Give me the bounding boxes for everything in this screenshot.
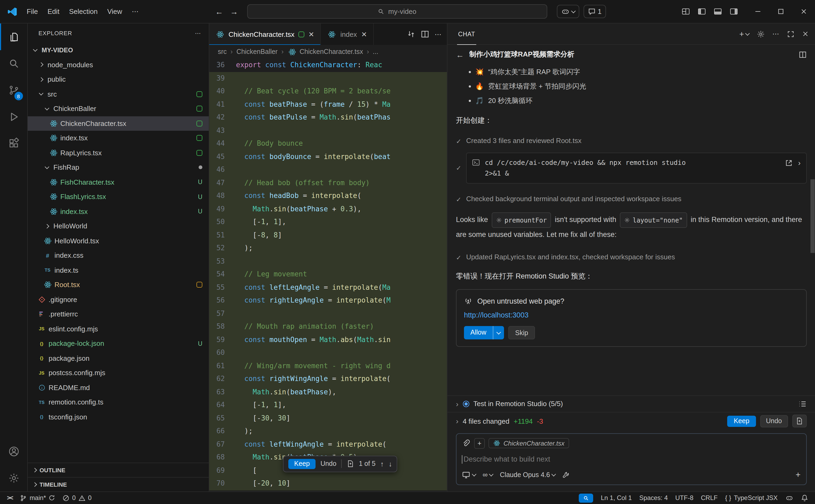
minimize-button[interactable] [746,0,769,23]
keep-all-button[interactable]: Keep [727,415,756,427]
chat-back-button[interactable]: ← [456,50,464,59]
send-plus-icon[interactable]: + [796,470,801,479]
menu-file[interactable]: File [22,4,43,19]
code-line[interactable]: 60 [209,346,447,359]
close-button[interactable] [792,0,815,23]
code-line[interactable]: 43 [209,124,447,137]
tab-index[interactable]: index ✕ [321,23,374,45]
code-line[interactable]: 66 ); [209,425,447,438]
file-index.tsx[interactable]: index.tsx [28,131,209,145]
code-line[interactable]: 50 [-1, 1], [209,216,447,229]
expand-command-icon[interactable]: › [798,158,801,167]
problems-item[interactable]: 0 0 [59,492,95,504]
tools-icon[interactable] [562,471,570,478]
maximize-button[interactable] [769,0,792,23]
chat-settings-gear-icon[interactable] [756,30,765,38]
language-mode[interactable]: { }TypeScript JSX [721,492,781,504]
open-file-icon[interactable] [346,460,354,467]
folder-ChickenBaller[interactable]: ChickenBaller [28,101,209,116]
previous-change-icon[interactable]: ↑ [380,460,384,468]
code-line[interactable]: 65 [-30, 30] [209,412,447,425]
code-line[interactable]: 36export const ChickenCharacter: Reac [209,59,447,72]
code-line[interactable]: 45 const bodyBounce = interpolate(beat [209,150,447,163]
close-chat-icon[interactable] [802,30,809,37]
eol-setting[interactable]: CRLF [697,492,722,504]
open-chat-in-editor-icon[interactable] [798,50,806,58]
code-line[interactable]: 67 const leftWingAngle = interpolate( [209,438,447,451]
expand-chat-icon[interactable] [787,30,794,38]
file-index.css[interactable]: #index.css [28,248,209,263]
notifications-bell-icon[interactable] [797,492,812,504]
command-center-search[interactable]: my-video [247,4,547,19]
code-line[interactable]: 51 [-8, 8] [209,229,447,242]
session-target-dropdown[interactable] [462,470,476,479]
skip-button[interactable]: Skip [508,326,535,339]
code-line[interactable]: 54 // Leg movement [209,268,447,281]
file-FlashLyrics.tsx[interactable]: FlashLyrics.tsxU [28,189,209,204]
breadcrumb-item[interactable]: ... [373,48,378,55]
file-.prettierrc[interactable]: .prettierrc [28,307,209,322]
more-actions-icon[interactable]: ⋯ [435,30,442,38]
view-changed-files-button[interactable] [792,415,806,427]
file-package-lock.json[interactable]: {}package-lock.jsonU [28,336,209,351]
code-line[interactable]: 62 const rightWingAngle = interpolate( [209,372,447,386]
agent-mode-dropdown[interactable]: ∞ [483,471,493,479]
code-line[interactable]: 61 // Wing/arm movement - right wing d [209,359,447,372]
code-line[interactable]: 48 const headBob = interpolate( [209,189,447,203]
code-line[interactable]: 57 [209,307,447,320]
account-icon[interactable] [0,438,27,465]
outline-section[interactable]: OUTLINE [28,462,209,477]
chat-tab[interactable]: CHAT [457,24,476,45]
code-line[interactable]: 39 [209,72,447,85]
file-eslint.config.mjs[interactable]: JSeslint.config.mjs [28,322,209,336]
todo-list-row[interactable]: › Test in Remotion Studio (5/5) [448,395,815,412]
next-change-icon[interactable]: ↓ [389,460,392,468]
folder-src[interactable]: src [28,87,209,101]
file-remotion.config.ts[interactable]: TSremotion.config.ts [28,395,209,410]
breadcrumb-item[interactable]: ChickenBaller [236,48,278,55]
localhost-link[interactable]: http://localhost:3003 [464,311,798,319]
code-line[interactable]: 49 Math.sin(beatPhase + 0.3), [209,203,447,216]
indentation-setting[interactable]: Spaces: 4 [636,492,672,504]
file-postcss.config.mjs[interactable]: JSpostcss.config.mjs [28,366,209,380]
settings-gear-icon[interactable] [0,465,27,491]
todo-list-icon[interactable] [798,399,806,408]
toggle-sidebar-icon[interactable] [695,5,709,18]
symbol-chip[interactable]: premountFor [492,212,551,228]
toggle-panel-icon[interactable] [711,5,725,18]
code-line[interactable]: 58 // Mouth rap animation (faster) [209,320,447,333]
compare-changes-icon[interactable] [407,30,416,38]
code-line[interactable]: 64 [-1, 1], [209,399,447,412]
close-tab-icon[interactable]: ✕ [308,30,315,38]
code-line[interactable]: 41 const beatPhase = (frame / 15) * Ma [209,98,447,111]
file-index.ts[interactable]: TSindex.ts [28,263,209,277]
menu-edit[interactable]: Edit [43,4,64,19]
undo-all-button[interactable]: Undo [760,415,788,427]
menu-more-button[interactable]: ⋯ [127,7,144,15]
breadcrumb-item[interactable]: ChickenCharacter.tsx [287,48,363,56]
code-line[interactable]: 44 // Body bounce [209,137,447,150]
file-README.md[interactable]: README.md [28,380,209,395]
breadcrumb-item[interactable]: src [218,48,227,55]
model-picker-dropdown[interactable]: Claude Opus 4.6 [500,471,556,478]
file-index.tsx[interactable]: index.tsxU [28,204,209,219]
source-control-icon[interactable]: 8 [0,77,27,104]
file-tsconfig.json[interactable]: {}tsconfig.json [28,410,209,424]
file-ChickenCharacter.tsx[interactable]: ChickenCharacter.tsx [28,116,209,131]
extensions-icon[interactable] [0,130,27,157]
menu-selection[interactable]: Selection [64,4,102,19]
files-changed-row[interactable]: › 4 files changed +1194 -3 Keep Undo [448,412,815,430]
tab-chickencharacter[interactable]: ChickenCharacter.tsx ✕ [209,23,321,45]
customize-layout-icon[interactable] [679,5,693,18]
menu-view[interactable]: View [102,4,127,19]
code-line[interactable]: 52 ); [209,242,447,255]
insert-into-terminal-icon[interactable] [785,159,793,167]
symbol-chip[interactable]: layout="none" [620,212,687,228]
chat-more-icon[interactable]: ⋯ [772,30,779,38]
encoding-setting[interactable]: UTF-8 [672,492,697,504]
file-package.json[interactable]: {}package.json [28,351,209,366]
toggle-secondary-sidebar-icon[interactable] [727,5,741,18]
close-tab-icon[interactable]: ✕ [361,30,367,38]
code-line[interactable]: 70 [-20, 10] [209,477,447,490]
code-line[interactable]: 42 const beatPulse = Math.sin(beatPhas [209,111,447,124]
